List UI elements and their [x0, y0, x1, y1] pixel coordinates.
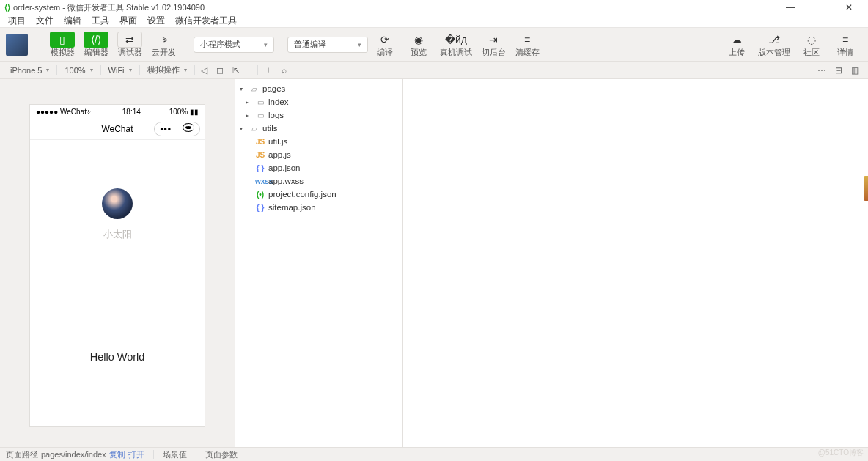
file-explorer-pane: ▾▱pages ▸▭index ▸▭logs ▾▱utils JSutil.js…: [235, 79, 403, 447]
tree-folder-pages[interactable]: ▾▱pages: [235, 82, 402, 95]
version-button[interactable]: ⎇版本管理: [754, 32, 795, 58]
tree-file-appjs[interactable]: JSapp.js: [235, 148, 402, 161]
cloud-dev-button[interactable]: ঌ云开发: [147, 32, 180, 58]
page-path: pages/index/index: [41, 450, 106, 459]
menu-settings[interactable]: 设置: [142, 15, 170, 26]
compile-mode-dropdown[interactable]: 普通编译▾: [287, 37, 368, 53]
detail-button[interactable]: ≡详情: [828, 32, 862, 58]
tree-file-projectcfg[interactable]: (•)project.config.json: [235, 188, 402, 201]
upload-button[interactable]: ☁上传: [720, 32, 754, 58]
clear-cache-button[interactable]: ≡清缓存: [510, 32, 544, 58]
menu-interface[interactable]: 界面: [114, 15, 142, 26]
main-toolbar: ▯模拟器 ⟨/⟩编辑器 ⇄调试器 ঌ云开发 小程序模式▾ 普通编译▾ ⟳编译 ◉…: [0, 28, 868, 62]
simulator-pane: ●●●●● WeChatᯤ 18:14 100% ▮▮ WeChat ••• 小…: [0, 79, 235, 447]
device-label: iPhone 5: [10, 66, 42, 75]
close-button[interactable]: ✕: [834, 2, 864, 12]
tree-folder-utils[interactable]: ▾▱utils: [235, 122, 402, 135]
user-avatar[interactable]: [6, 34, 28, 56]
window-title: order-system - 微信开发者工具 Stable v1.02.1904…: [13, 2, 205, 13]
editor-toggle[interactable]: ⟨/⟩编辑器: [79, 32, 113, 58]
remote-debug-button[interactable]: �йд真机调试: [435, 32, 477, 58]
time-label: 18:14: [122, 108, 141, 116]
capsule-menu-icon[interactable]: •••: [155, 124, 177, 134]
tree-file-appjson[interactable]: { }app.json: [235, 161, 402, 174]
menu-devtools[interactable]: 微信开发者工具: [170, 15, 242, 26]
compile-label: 编译: [377, 48, 393, 58]
chevron-down-icon: ▾: [264, 41, 268, 48]
preview-button[interactable]: ◉预览: [402, 32, 435, 58]
tree-label: app.js: [268, 150, 291, 159]
community-button[interactable]: ◌社区: [795, 32, 828, 58]
add-file-icon[interactable]: ＋: [260, 64, 277, 76]
menu-tool[interactable]: 工具: [87, 15, 114, 26]
popout-icon[interactable]: ⇱: [228, 65, 244, 75]
main-area: ●●●●● WeChatᯤ 18:14 100% ▮▮ WeChat ••• 小…: [0, 79, 868, 447]
maximize-button[interactable]: ☐: [805, 2, 834, 12]
mute-icon[interactable]: ◁: [196, 65, 212, 75]
tree-file-appwxss[interactable]: wxssapp.wxss: [235, 174, 402, 188]
user-nickname: 小太阳: [103, 228, 132, 241]
capsule-button[interactable]: •••: [154, 122, 200, 136]
zoom-dropdown[interactable]: 100%▾: [59, 62, 98, 78]
tree-label: sitemap.json: [268, 203, 316, 212]
scene-button[interactable]: 场景值: [163, 449, 187, 460]
minimize-button[interactable]: —: [776, 2, 805, 12]
version-label: 版本管理: [758, 48, 790, 58]
tree-label: logs: [268, 111, 284, 119]
detail-label: 详情: [837, 48, 853, 58]
swap-icon: ⇄: [117, 32, 142, 48]
tree-file-utiljs[interactable]: JSutil.js: [235, 135, 402, 148]
debugger-toggle[interactable]: ⇄调试器: [113, 32, 147, 58]
network-label: WiFi: [108, 66, 125, 75]
rotate-icon[interactable]: ◻: [212, 65, 228, 75]
phone-icon: ▯: [50, 32, 75, 48]
open-link[interactable]: 打开: [128, 449, 144, 460]
menu-edit[interactable]: 编辑: [59, 15, 87, 26]
tree-label: pages: [262, 84, 285, 93]
tree-label: util.js: [268, 137, 287, 146]
side-tab[interactable]: [864, 176, 868, 201]
tree-label: app.json: [268, 163, 300, 172]
split-icon[interactable]: ⊟: [831, 65, 847, 75]
network-dropdown[interactable]: WiFi▾: [103, 62, 138, 78]
search-icon[interactable]: ⌕: [277, 65, 291, 75]
device-status-bar: ●●●●● WeChatᯤ 18:14 100% ▮▮: [30, 105, 205, 118]
battery-icon: ▮▮: [190, 108, 199, 116]
eye-icon: ◉: [406, 32, 431, 48]
copy-link[interactable]: 复制: [109, 449, 125, 460]
background-button[interactable]: ⇥切后台: [477, 32, 510, 58]
debugger-label: 调试器: [118, 48, 142, 58]
compile-button[interactable]: ⟳编译: [368, 32, 402, 58]
tree-file-sitemap[interactable]: { }sitemap.json: [235, 201, 402, 214]
refresh-icon: ⟳: [372, 32, 397, 48]
tree-folder-index[interactable]: ▸▭index: [235, 95, 402, 108]
layout-icon[interactable]: ▥: [847, 65, 864, 75]
chevron-down-icon: ▾: [90, 67, 93, 73]
remote-label: 真机调试: [440, 48, 472, 58]
upload-label: 上传: [729, 48, 745, 58]
js-file-icon: JS: [255, 151, 265, 159]
mode-label: 小程序模式: [200, 39, 240, 50]
app-screen: 小太阳 Hello World: [30, 140, 205, 426]
menu-bar: 项目 文件 编辑 工具 界面 设置 微信开发者工具: [0, 15, 868, 28]
user-avatar-image[interactable]: [102, 188, 133, 219]
params-button[interactable]: 页面参数: [205, 449, 238, 460]
simulator-toggle[interactable]: ▯模拟器: [45, 32, 79, 58]
upload-icon: ☁: [724, 32, 749, 48]
capsule-close-icon[interactable]: [177, 123, 199, 134]
title-bar: ⟨⟩ order-system - 微信开发者工具 Stable v1.02.1…: [0, 0, 868, 15]
simops-dropdown[interactable]: 模拟操作▾: [141, 62, 193, 78]
mini-program-navbar: WeChat •••: [30, 118, 205, 140]
more-icon[interactable]: ⋯: [813, 65, 831, 75]
tree-folder-logs[interactable]: ▸▭logs: [235, 108, 402, 122]
zoom-label: 100%: [65, 66, 85, 75]
menu-project[interactable]: 项目: [3, 15, 31, 26]
battery-label: 100% ▮▮: [169, 108, 199, 116]
menu-icon: ≡: [833, 32, 858, 48]
cloud-label: 云开发: [152, 48, 176, 58]
branch-icon: ⎇: [762, 32, 787, 48]
device-dropdown[interactable]: iPhone 5▾: [4, 62, 55, 78]
mode-dropdown[interactable]: 小程序模式▾: [194, 37, 274, 53]
json-file-icon: { }: [255, 164, 265, 172]
menu-file[interactable]: 文件: [31, 15, 59, 26]
